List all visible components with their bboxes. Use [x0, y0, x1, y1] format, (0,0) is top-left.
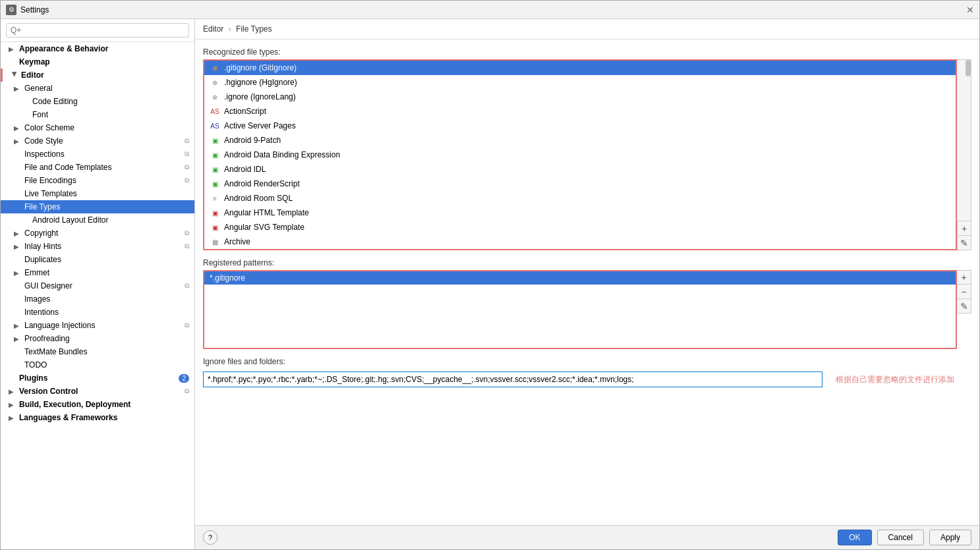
sidebar-item-label: Color Scheme	[24, 123, 189, 132]
list-item[interactable]: ⊕ .gitignore (GitIgnore)	[204, 61, 956, 75]
copy-icon: ⧉	[185, 387, 189, 395]
sidebar-item-label: Editor	[21, 70, 189, 80]
list-item[interactable]: ≡ Android Room SQL	[204, 191, 956, 206]
ignore-section: Ignore files and folders: 根据自己需要忽略的文件进行添…	[203, 357, 971, 387]
sidebar-item-language-injections[interactable]: ▶ Language Injections ⧉	[1, 319, 194, 332]
plugins-badge: 2	[179, 374, 189, 383]
file-type-icon: ▣	[210, 222, 220, 233]
breadcrumb-parent: Editor	[203, 24, 223, 34]
sidebar-item-inspections[interactable]: ▶ Inspections ⧉	[1, 148, 194, 161]
remove-pattern-button[interactable]: −	[957, 285, 971, 299]
breadcrumb-separator: ›	[229, 24, 233, 34]
list-item-label: Android Data Binding Expression	[224, 150, 340, 159]
copy-icon: ⧉	[185, 282, 189, 290]
list-item-label: Archive	[224, 237, 250, 246]
sidebar-item-plugins[interactable]: ▶ Plugins 2	[1, 371, 194, 385]
sidebar-item-label: Intentions	[24, 308, 189, 317]
sidebar-item-label: Plugins	[19, 373, 176, 383]
list-item[interactable]: ⊕ .ignore (IgnoreLang)	[204, 90, 956, 104]
list-item-label: Angular HTML Template	[224, 208, 309, 217]
list-item[interactable]: AS Active Server Pages	[204, 119, 956, 133]
list-item[interactable]: ▣ Angular SVG Template	[204, 220, 956, 234]
expand-arrow: ▶	[14, 322, 22, 329]
ignore-input[interactable]	[203, 371, 822, 387]
sidebar-item-color-scheme[interactable]: ▶ Color Scheme	[1, 121, 194, 134]
window-title: Settings	[20, 5, 49, 14]
sidebar-item-android-layout[interactable]: ▶ Android Layout Editor	[1, 213, 194, 227]
sidebar-item-appearance[interactable]: ▶ Appearance & Behavior	[1, 42, 194, 55]
recognized-side-buttons: + ✎	[957, 59, 971, 250]
cancel-button[interactable]: Cancel	[877, 530, 924, 545]
sidebar-item-version-control[interactable]: ▶ Version Control ⧉	[1, 385, 194, 398]
search-input[interactable]	[6, 23, 189, 38]
list-item-label: Angular SVG Template	[224, 223, 304, 232]
sidebar-item-build-execution[interactable]: ▶ Build, Execution, Deployment	[1, 398, 194, 411]
sidebar-item-label: File Types	[24, 202, 189, 211]
sidebar-item-intentions[interactable]: ▶ Intentions	[1, 306, 194, 319]
edit-file-type-button[interactable]: ✎	[957, 236, 971, 250]
sidebar-item-keymap[interactable]: ▶ Keymap	[1, 55, 194, 69]
sidebar-item-label: Duplicates	[24, 255, 189, 264]
list-item[interactable]: ⊕ .hgignore (HgIgnore)	[204, 75, 956, 90]
sidebar-item-file-types[interactable]: ▶ File Types	[1, 200, 194, 213]
list-item[interactable]: ▣ Angular HTML Template	[204, 206, 956, 220]
bottom-bar: ? OK Cancel Apply	[195, 525, 979, 549]
sidebar-item-general[interactable]: ▶ General	[1, 82, 194, 95]
sidebar-item-live-templates[interactable]: ▶ Live Templates	[1, 187, 194, 200]
list-item[interactable]: ▦ Archive	[204, 234, 956, 249]
sidebar-item-label: Keymap	[19, 57, 189, 67]
apply-button[interactable]: Apply	[929, 530, 971, 545]
sidebar-item-todo[interactable]: ▶ TODO	[1, 358, 194, 371]
sidebar-item-textmate-bundles[interactable]: ▶ TextMate Bundles	[1, 345, 194, 358]
sidebar-item-code-editing[interactable]: ▶ Code Editing	[1, 95, 194, 108]
file-types-list: ⊕ .gitignore (GitIgnore) ⊕ .hgignore (Hg…	[203, 59, 957, 250]
file-type-icon: ▣	[210, 207, 220, 218]
sidebar-item-font[interactable]: ▶ Font	[1, 108, 194, 121]
copy-icon: ⧉	[185, 242, 189, 250]
sidebar-item-emmet[interactable]: ▶ Emmet	[1, 266, 194, 279]
sidebar-item-file-encodings[interactable]: ▶ File Encodings ⧉	[1, 174, 194, 187]
file-type-icon: ▣	[210, 135, 220, 146]
panel-content: Recognized file types: ⊕ .gitignore (Git…	[195, 40, 979, 525]
expand-arrow: ▶	[9, 388, 16, 395]
list-item[interactable]: ▣ Android Data Binding Expression	[204, 148, 956, 162]
sidebar-item-label: Inlay Hints	[24, 242, 182, 251]
file-type-icon: AS	[210, 121, 220, 131]
sidebar-item-editor[interactable]: ▶ Editor	[1, 69, 194, 82]
list-item-label: Android IDL	[224, 165, 266, 174]
ok-button[interactable]: OK	[838, 530, 871, 545]
sidebar-item-copyright[interactable]: ▶ Copyright ⧉	[1, 227, 194, 240]
pattern-item[interactable]: *.gitignore	[204, 271, 956, 285]
close-button[interactable]: ✕	[966, 5, 974, 15]
add-pattern-button[interactable]: +	[957, 270, 971, 285]
sidebar-item-file-code-templates[interactable]: ▶ File and Code Templates ⧉	[1, 161, 194, 174]
sidebar-item-images[interactable]: ▶ Images	[1, 292, 194, 306]
sidebar-item-inlay-hints[interactable]: ▶ Inlay Hints ⧉	[1, 240, 194, 253]
sidebar-item-label: File Encodings	[24, 176, 182, 185]
sidebar-item-duplicates[interactable]: ▶ Duplicates	[1, 253, 194, 266]
sidebar-item-languages-frameworks[interactable]: ▶ Languages & Frameworks	[1, 411, 194, 424]
list-item[interactable]: ▣ Android 9-Patch	[204, 133, 956, 148]
edit-pattern-button[interactable]: ✎	[957, 299, 971, 314]
expand-arrow: ▶	[14, 85, 22, 92]
add-file-type-button[interactable]: +	[957, 221, 971, 236]
sidebar-item-proofreading[interactable]: ▶ Proofreading	[1, 332, 194, 345]
list-item[interactable]: ✦ AspectJ	[204, 249, 956, 250]
help-button[interactable]: ?	[203, 530, 217, 545]
sidebar-item-label: Copyright	[24, 229, 182, 238]
list-item-label: Active Server Pages	[224, 121, 296, 130]
list-item[interactable]: ▣ Android IDL	[204, 162, 956, 177]
sidebar-item-code-style[interactable]: ▶ Code Style ⧉	[1, 134, 194, 148]
list-item-label: Android 9-Patch	[224, 136, 281, 145]
search-box	[1, 19, 194, 42]
list-item[interactable]: AS ActionScript	[204, 104, 956, 119]
recognized-section: Recognized file types: ⊕ .gitignore (Git…	[203, 47, 971, 250]
settings-window: ⚙ Settings ✕ ▶ Appearance & Behavior ▶ K…	[0, 0, 980, 550]
file-type-icon: ▣	[210, 179, 220, 189]
app-icon: ⚙	[6, 5, 16, 15]
recognized-label: Recognized file types:	[203, 47, 971, 57]
list-item[interactable]: ▣ Android RenderScript	[204, 177, 956, 191]
sidebar-item-gui-designer[interactable]: ▶ GUI Designer ⧉	[1, 279, 194, 292]
patterns-section: Registered patterns: *.gitignore + − ✎	[203, 258, 971, 349]
sidebar-item-label: Live Templates	[24, 189, 189, 198]
